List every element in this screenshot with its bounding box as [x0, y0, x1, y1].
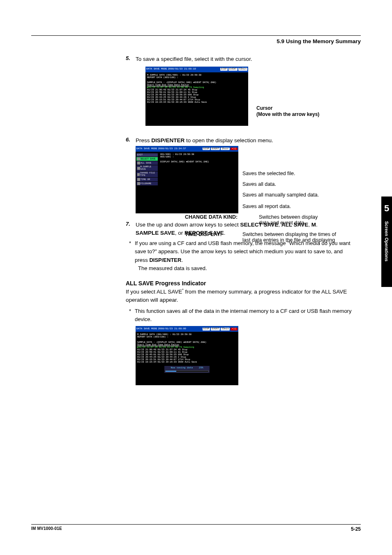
co-change-desc1: Switches between display — [259, 214, 318, 220]
dev1-row6: 01/23 19:15:34 01/23 20:15:33 3600 Auto … — [147, 101, 247, 104]
co-time-desc1: Switches between displaying the times of — [242, 231, 336, 237]
save-icon — [137, 157, 140, 160]
chapter-number: 5 — [381, 197, 392, 214]
device-screenshot-3: DATA SAVE MODE 2008/01/23 21:08:00 DISP … — [136, 326, 238, 385]
dev2-hdr: DISPLAY DATA(.DAD) ●EVENT DATA(.DAE) — [160, 161, 237, 163]
menu-filename[interactable]: FILENAME — [136, 182, 158, 185]
dev2-ts: 2008/01/23 23:34:57 — [158, 148, 186, 150]
disp-icon: DISP — [220, 68, 228, 71]
step7-note: *If you are using a CF card and USB flas… — [129, 239, 361, 273]
dev3-row6: 01/23 19:15:34 01/23 20:15:33 3600 Auto … — [137, 361, 237, 363]
progress-fill — [166, 371, 176, 372]
clock-icon — [137, 178, 140, 181]
menu-select-save[interactable]: SELECT SAVE — [136, 157, 158, 161]
dev3-ts: 2008/01/23 21:08:00 — [158, 328, 186, 331]
event-icon: EVENT — [228, 68, 238, 71]
co-change-label: CHANGE DATA KIND: — [185, 214, 259, 220]
period-top-1: 53min — [238, 68, 247, 71]
co-select-save-label: SELECT SAVE: — [185, 171, 242, 176]
menu-all-save[interactable]: ALL SAVE — [136, 161, 158, 165]
dev2-title: DATA SAVE MODE — [136, 148, 157, 150]
period-top-2: 1hour — [221, 148, 230, 150]
device-screenshot-1: DATA SAVE MODE 2008/01/23 21:08:10 DISP … — [145, 67, 248, 126]
save-icon — [137, 162, 140, 164]
step7-num: 7. — [126, 221, 136, 237]
dev1-report: REPORT DATA (003/100) : — [147, 76, 247, 79]
disp-icon-2: DISP — [203, 148, 210, 150]
menu-change-type[interactable]: CHANGE FILE TYPE — [136, 171, 158, 177]
co-time-desc2: last data entries in the file and displa… — [242, 237, 336, 243]
dev3-title: DATA SAVE MODE — [136, 328, 157, 331]
event-icon-2: EVENT — [211, 148, 220, 150]
dev2-info2: 003/100) : — [160, 156, 237, 158]
footer-doc-id: IM MV1000-01E — [31, 526, 62, 532]
menu-exit[interactable]: EXIT — [136, 153, 158, 157]
co-change-desc2: data and event data. — [259, 220, 336, 226]
co-all-save-desc: Saves all data. — [242, 181, 276, 187]
allsave-paragraph: If you select ALL SAVE* from the memory … — [126, 287, 361, 305]
file-icon — [137, 182, 140, 185]
menu-time-or[interactable]: TIME OR — [136, 178, 158, 181]
co-select-save-desc: Saves the selected file. — [242, 171, 295, 176]
co-msample-label: M.SAMPLE SAVE: — [185, 192, 242, 198]
menu-msample-save[interactable]: M.SAMPLE SAVE — [136, 165, 158, 171]
dev1-title: DATA SAVE MODE — [146, 68, 167, 71]
dev3-report: REPORT DATA (003/100) : — [137, 336, 237, 338]
chapter-label: Screen Operations — [384, 221, 389, 261]
cursor-label: Cursor (Move with the arrow keys) — [256, 105, 319, 118]
step5-text: To save a specified file, select it with… — [136, 55, 361, 63]
co-report-desc: Saves all report data. — [242, 204, 291, 209]
dev1-ts: 2008/01/23 21:08:10 — [168, 68, 196, 71]
period-top-3: 53min — [221, 328, 230, 331]
rec-icon: •)) — [231, 148, 238, 150]
allsave-heading: ALL SAVE Progress Indicator — [126, 280, 361, 287]
co-msample-desc: Saves all manually sampled data. — [242, 192, 319, 198]
co-time-label: TIME DISPLAY: — [185, 231, 242, 237]
swap-icon — [137, 173, 140, 176]
event-icon-3: EVENT — [211, 328, 220, 331]
section-title: 5.9 Using the Memory Summary — [31, 38, 361, 44]
co-all-save-label: ALL SAVE: — [185, 181, 242, 187]
step6-num: 6. — [126, 136, 136, 145]
save-icon — [137, 167, 140, 170]
step5-num: 5. — [126, 55, 136, 63]
allsave-note: *This function saves all of the data in … — [129, 307, 361, 324]
rec-icon-3: •)) — [231, 328, 238, 331]
footer-page-number: 5-25 — [351, 526, 361, 532]
step6-text: Press DISP/ENTER to open the display sel… — [136, 136, 361, 145]
chapter-tab: 5 Screen Operations — [381, 197, 392, 287]
disp-icon-3: DISP — [203, 328, 210, 331]
progress-dialog: Now saving data 25% — [164, 366, 210, 373]
co-report-label: REPORT SAVE: — [185, 204, 242, 209]
